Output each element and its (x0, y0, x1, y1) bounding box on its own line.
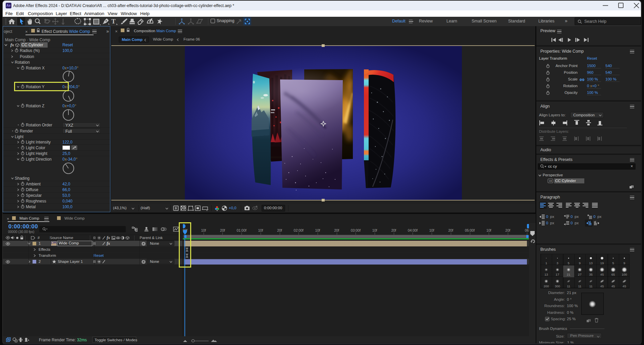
svg-text:45: 45 (611, 284, 615, 288)
svg-text:45: 45 (623, 284, 626, 288)
svg-text:T: T (111, 18, 116, 25)
svg-text:11: 11 (578, 284, 581, 288)
svg-text:45: 45 (600, 284, 604, 288)
svg-text:11: 11 (589, 284, 593, 288)
svg-text:27: 27 (578, 273, 582, 276)
svg-text:5: 5 (568, 261, 569, 265)
svg-text:200: 200 (544, 284, 549, 288)
svg-text:300: 300 (555, 284, 560, 288)
svg-text:13: 13 (589, 261, 593, 265)
svg-text:13: 13 (544, 273, 548, 276)
svg-text:45: 45 (600, 273, 604, 276)
svg-text:5: 5 (612, 261, 614, 265)
svg-text:65: 65 (611, 273, 615, 276)
svg-text:9: 9 (624, 261, 625, 265)
svg-text:21: 21 (567, 273, 571, 276)
svg-text:3: 3 (556, 261, 558, 265)
svg-text:1: 1 (545, 261, 547, 265)
svg-text:19: 19 (600, 261, 604, 265)
svg-text:100: 100 (622, 273, 627, 276)
svg-text:11: 11 (567, 284, 570, 288)
svg-text:17: 17 (556, 273, 559, 276)
svg-text:35: 35 (589, 273, 593, 276)
svg-text:9: 9 (579, 261, 581, 265)
